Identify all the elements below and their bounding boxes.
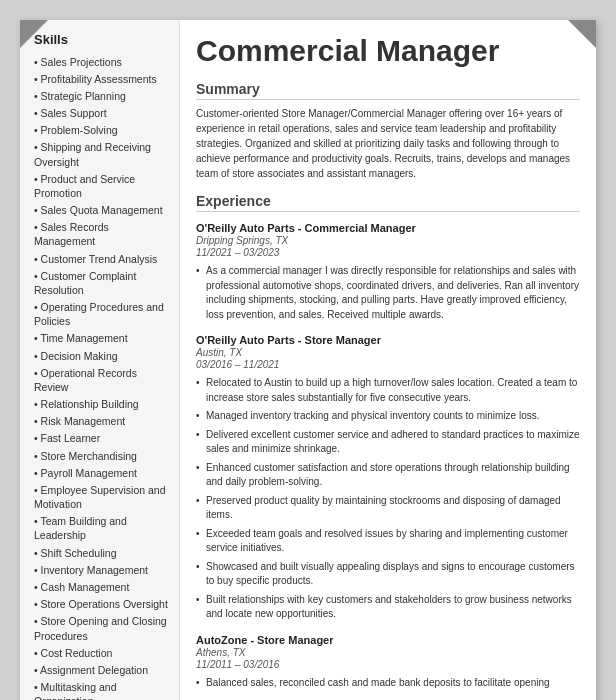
job-entry: O'Reilly Auto Parts - Commercial Manager… bbox=[196, 222, 580, 324]
main-content: Commercial Manager Summary Customer-orie… bbox=[180, 20, 596, 700]
skill-item: Payroll Management bbox=[34, 464, 169, 481]
skill-item: Operational Records Review bbox=[34, 364, 169, 395]
jobs-container: O'Reilly Auto Parts - Commercial Manager… bbox=[196, 222, 580, 692]
experience-heading: Experience bbox=[196, 193, 580, 212]
sidebar: Skills Sales ProjectionsProfitability As… bbox=[20, 20, 180, 700]
bullet-item: Exceeded team goals and resolved issues … bbox=[196, 525, 580, 558]
skill-item: Sales Quota Management bbox=[34, 202, 169, 219]
skill-item: Shift Scheduling bbox=[34, 544, 169, 561]
skill-item: Inventory Management bbox=[34, 561, 169, 578]
skill-item: Fast Learner bbox=[34, 430, 169, 447]
job-dates: 03/2016 – 11/2021 bbox=[196, 359, 580, 370]
bullet-item: Balanced sales, reconciled cash and made… bbox=[196, 674, 580, 693]
job-bullets: Relocated to Austin to build up a high t… bbox=[196, 374, 580, 624]
skill-item: Team Building and Leadership bbox=[34, 513, 169, 544]
skill-item: Multitasking and Organization bbox=[34, 679, 169, 700]
resume-page: Skills Sales ProjectionsProfitability As… bbox=[20, 20, 596, 700]
bullet-item: Managed inventory tracking and physical … bbox=[196, 407, 580, 426]
skill-item: Cost Reduction bbox=[34, 644, 169, 661]
job-location: Austin, TX bbox=[196, 347, 580, 358]
skill-item: Time Management bbox=[34, 330, 169, 347]
job-bullets: As a commercial manager I was directly r… bbox=[196, 262, 580, 324]
job-location: Dripping Springs, TX bbox=[196, 235, 580, 246]
skill-item: Relationship Building bbox=[34, 396, 169, 413]
job-location: Athens, TX bbox=[196, 647, 580, 658]
job-entry: O'Reilly Auto Parts - Store ManagerAusti… bbox=[196, 334, 580, 624]
skill-item: Customer Trend Analysis bbox=[34, 250, 169, 267]
bullet-item: Showcased and built visually appealing d… bbox=[196, 558, 580, 591]
bullet-item: Preserved product quality by maintaining… bbox=[196, 492, 580, 525]
bullet-item: Delivered excellent customer service and… bbox=[196, 426, 580, 459]
summary-text: Customer-oriented Store Manager/Commerci… bbox=[196, 106, 580, 181]
skill-item: Profitability Assessments bbox=[34, 70, 169, 87]
skill-item: Store Merchandising bbox=[34, 447, 169, 464]
job-title: O'Reilly Auto Parts - Store Manager bbox=[196, 334, 580, 346]
skill-item: Assignment Delegation bbox=[34, 661, 169, 678]
skill-item: Sales Records Management bbox=[34, 219, 169, 250]
job-title: O'Reilly Auto Parts - Commercial Manager bbox=[196, 222, 580, 234]
skill-item: Product and Service Promotion bbox=[34, 170, 169, 201]
job-bullets: Balanced sales, reconciled cash and made… bbox=[196, 674, 580, 693]
skill-item: Store Opening and Closing Procedures bbox=[34, 613, 169, 644]
summary-heading: Summary bbox=[196, 81, 580, 100]
job-entry: AutoZone - Store ManagerAthens, TX11/201… bbox=[196, 634, 580, 693]
skill-item: Problem-Solving bbox=[34, 122, 169, 139]
skills-list: Sales ProjectionsProfitability Assessmen… bbox=[34, 53, 169, 700]
job-dates: 11/2021 – 03/2023 bbox=[196, 247, 580, 258]
skill-item: Sales Projections bbox=[34, 53, 169, 70]
skill-item: Employee Supervision and Motivation bbox=[34, 481, 169, 512]
job-title: AutoZone - Store Manager bbox=[196, 634, 580, 646]
bullet-item: Enhanced customer satisfaction and store… bbox=[196, 459, 580, 492]
job-dates: 11/2011 – 03/2016 bbox=[196, 659, 580, 670]
skill-item: Cash Management bbox=[34, 579, 169, 596]
skill-item: Sales Support bbox=[34, 105, 169, 122]
skills-heading: Skills bbox=[34, 32, 169, 47]
skill-item: Risk Management bbox=[34, 413, 169, 430]
skill-item: Shipping and Receiving Oversight bbox=[34, 139, 169, 170]
bullet-item: Built relationships with key customers a… bbox=[196, 591, 580, 624]
bullet-item: As a commercial manager I was directly r… bbox=[196, 262, 580, 324]
page-title: Commercial Manager bbox=[196, 34, 580, 67]
skill-item: Strategic Planning bbox=[34, 87, 169, 104]
skill-item: Decision Making bbox=[34, 347, 169, 364]
bullet-item: Relocated to Austin to build up a high t… bbox=[196, 374, 580, 407]
skill-item: Customer Complaint Resolution bbox=[34, 267, 169, 298]
skill-item: Operating Procedures and Policies bbox=[34, 299, 169, 330]
skill-item: Store Operations Oversight bbox=[34, 596, 169, 613]
